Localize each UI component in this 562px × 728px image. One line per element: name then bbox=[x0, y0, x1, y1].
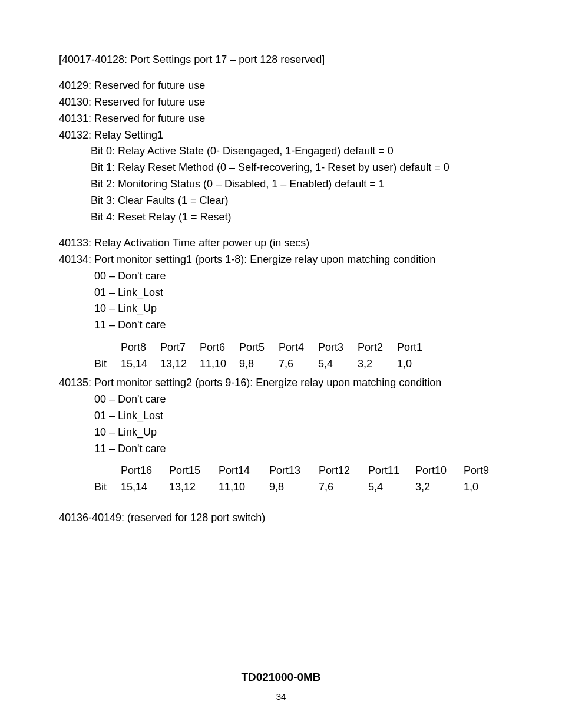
reg-40132-bit1: Bit 1: Relay Reset Method (0 – Self-reco… bbox=[59, 160, 503, 176]
reg-40132-bit2: Bit 2: Monitoring Status (0 – Disabled, … bbox=[59, 176, 503, 193]
bit-cell: 5,4 bbox=[318, 356, 358, 373]
reg-40134-code10: 10 – Link_Up bbox=[59, 301, 503, 317]
bit-cell: 1,0 bbox=[397, 356, 437, 373]
port-header: Port14 bbox=[219, 463, 269, 479]
bit-cell: 15,14 bbox=[121, 356, 160, 373]
reg-40135-code11: 11 – Don't care bbox=[59, 441, 503, 457]
reg-40134-title: 40134: Port monitor setting1 (ports 1-8)… bbox=[59, 252, 503, 268]
table-row: Bit 15,14 13,12 11,10 9,8 7,6 5,4 3,2 1,… bbox=[94, 479, 503, 496]
bit-cell: 3,2 bbox=[358, 356, 397, 373]
reg-40132-bit3: Bit 3: Clear Faults (1 = Clear) bbox=[59, 193, 503, 209]
reg-40135-code00: 00 – Don't care bbox=[59, 391, 503, 408]
bit-cell: 5,4 bbox=[368, 479, 415, 496]
port-header: Port13 bbox=[269, 463, 319, 479]
reg-40134-code00: 00 – Don't care bbox=[59, 268, 503, 285]
port-header: Port11 bbox=[368, 463, 415, 479]
port-header: Port7 bbox=[160, 340, 200, 356]
reg-40133: 40133: Relay Activation Time after power… bbox=[59, 226, 503, 252]
bit-row-label: Bit bbox=[94, 479, 121, 496]
port-header: Port6 bbox=[200, 340, 239, 356]
reg-40134-code11: 11 – Don't care bbox=[59, 317, 503, 334]
bit-cell: 13,12 bbox=[160, 356, 200, 373]
port-header: Port15 bbox=[169, 463, 219, 479]
port-header: Port2 bbox=[358, 340, 397, 356]
port-header: Port4 bbox=[279, 340, 318, 356]
reg-40132-bit0: Bit 0: Relay Active State (0- Disengaged… bbox=[59, 143, 503, 160]
port-header: Port16 bbox=[121, 463, 169, 479]
reg-40132-title: 40132: Relay Setting1 bbox=[59, 127, 503, 144]
page-number: 34 bbox=[0, 690, 562, 703]
bit-label-spacer bbox=[94, 340, 121, 356]
page-footer: TD021000-0MB 34 bbox=[0, 668, 562, 703]
reg-40135-title: 40135: Port monitor setting2 (ports 9-16… bbox=[59, 373, 503, 391]
reg-40134-code01: 01 – Link_Lost bbox=[59, 285, 503, 301]
port-header: Port3 bbox=[318, 340, 358, 356]
reg-40131: 40131: Reserved for future use bbox=[59, 111, 503, 127]
bit-cell: 11,10 bbox=[200, 356, 239, 373]
port-header: Port8 bbox=[121, 340, 160, 356]
reg-40134-bit-table: Port8 Port7 Port6 Port5 Port4 Port3 Port… bbox=[59, 334, 503, 373]
reg-40135-code10: 10 – Link_Up bbox=[59, 424, 503, 441]
table-row: Bit 15,14 13,12 11,10 9,8 7,6 5,4 3,2 1,… bbox=[94, 356, 503, 373]
table-row: Port16 Port15 Port14 Port13 Port12 Port1… bbox=[94, 463, 503, 479]
bit-cell: 7,6 bbox=[319, 479, 368, 496]
reg-40136-range: 40136-40149: (reserved for 128 port swit… bbox=[59, 496, 503, 526]
reg-40129: 40129: Reserved for future use bbox=[59, 68, 503, 94]
reg-40135-code01: 01 – Link_Lost bbox=[59, 408, 503, 424]
port-header: Port1 bbox=[397, 340, 437, 356]
bit-cell: 9,8 bbox=[239, 356, 279, 373]
bit-cell: 7,6 bbox=[279, 356, 318, 373]
document-id: TD021000-0MB bbox=[0, 668, 562, 686]
bit-cell: 13,12 bbox=[169, 479, 219, 496]
table-row: Port8 Port7 Port6 Port5 Port4 Port3 Port… bbox=[94, 340, 503, 356]
bit-cell: 3,2 bbox=[415, 479, 464, 496]
bit-cell: 15,14 bbox=[121, 479, 169, 496]
bit-cell: 9,8 bbox=[269, 479, 319, 496]
document-page: [40017-40128: Port Settings port 17 – po… bbox=[0, 0, 562, 728]
bit-row-label: Bit bbox=[94, 356, 121, 373]
bit-cell: 11,10 bbox=[219, 479, 269, 496]
port-header: Port5 bbox=[239, 340, 279, 356]
reg-40132-bit4: Bit 4: Reset Relay (1 = Reset) bbox=[59, 209, 503, 226]
reg-40130: 40130: Reserved for future use bbox=[59, 94, 503, 111]
port-header: Port12 bbox=[319, 463, 368, 479]
port-header: Port9 bbox=[464, 463, 499, 479]
bit-cell: 1,0 bbox=[464, 479, 499, 496]
bit-label-spacer bbox=[94, 463, 121, 479]
reg-40135-bit-table: Port16 Port15 Port14 Port13 Port12 Port1… bbox=[59, 457, 503, 496]
port-header: Port10 bbox=[415, 463, 464, 479]
reserved-range-header: [40017-40128: Port Settings port 17 – po… bbox=[59, 52, 503, 68]
